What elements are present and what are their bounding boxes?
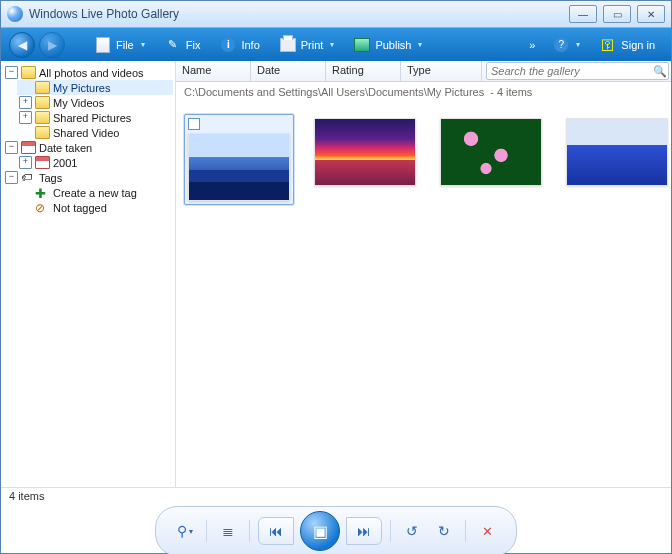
thumbnail-image — [440, 118, 542, 186]
print-menu[interactable]: Print▾ — [272, 34, 343, 56]
new-tag-icon: ✚ — [35, 186, 50, 199]
tree-year-2001[interactable]: + 2001 — [17, 155, 173, 170]
content-pane: Name Date Rating Type 🔍 C:\Documents and… — [176, 61, 671, 487]
tree-label: Tags — [39, 172, 62, 184]
info-button[interactable]: i Info — [212, 34, 267, 56]
tree-label: Create a new tag — [53, 187, 137, 199]
app-orb-icon — [7, 6, 23, 22]
calendar-icon — [21, 141, 36, 154]
calendar-icon — [35, 156, 50, 169]
column-rating[interactable]: Rating — [326, 61, 401, 81]
tree-root[interactable]: − All photos and videos — [3, 65, 173, 80]
folder-icon — [35, 111, 50, 124]
publish-icon — [354, 38, 370, 52]
print-label: Print — [301, 39, 324, 51]
tree-label: Shared Pictures — [53, 112, 131, 124]
list-icon: ≣ — [222, 523, 234, 539]
rotate-left-button[interactable]: ↺ — [399, 518, 425, 544]
slideshow-icon: ▣ — [313, 522, 328, 541]
help-icon: ? — [554, 38, 568, 52]
file-menu[interactable]: File▾ — [87, 34, 153, 56]
sign-in-icon: ⚿ — [600, 37, 616, 53]
breadcrumb: C:\Documents and Settings\All Users\Docu… — [176, 82, 671, 102]
thumbnail-item[interactable] — [184, 114, 294, 205]
tree-label: Date taken — [39, 142, 92, 154]
expand-icon[interactable]: + — [19, 96, 32, 109]
tree-date-taken[interactable]: − Date taken — [3, 140, 173, 155]
thumbnail-item[interactable] — [436, 114, 546, 190]
selection-checkbox[interactable] — [188, 118, 200, 130]
rotate-right-button[interactable]: ↻ — [431, 518, 457, 544]
navigation-tree[interactable]: − All photos and videos My Pictures + My… — [1, 61, 176, 487]
close-window-button[interactable]: ✕ — [637, 5, 665, 23]
thumbnail-item[interactable] — [310, 114, 420, 190]
tree-label: My Pictures — [53, 82, 110, 94]
tree-tags[interactable]: − 🏷 Tags — [3, 170, 173, 185]
delete-button[interactable]: ✕ — [474, 518, 500, 544]
thumbnail-image — [566, 118, 668, 186]
nav-forward-button[interactable]: ▶ — [39, 32, 65, 58]
next-icon: ⏭ — [357, 523, 371, 539]
tree-my-pictures[interactable]: My Pictures — [17, 80, 173, 95]
sign-in-label: Sign in — [621, 39, 655, 51]
publish-label: Publish — [375, 39, 411, 51]
thumbnail-grid[interactable] — [176, 102, 671, 487]
tree-label: 2001 — [53, 157, 77, 169]
fix-icon: ✎ — [165, 37, 181, 53]
tree-shared-video[interactable]: Shared Video — [17, 125, 173, 140]
tag-icon: 🏷 — [21, 171, 36, 184]
not-tagged-icon: ⊘ — [35, 201, 50, 214]
title-bar: Windows Live Photo Gallery — ▭ ✕ — [1, 1, 671, 28]
next-button[interactable]: ⏭ — [346, 517, 382, 545]
column-headers: Name Date Rating Type 🔍 — [176, 61, 671, 82]
thumbnail-image — [188, 133, 290, 201]
tree-shared-pictures[interactable]: + Shared Pictures — [17, 110, 173, 125]
fix-button[interactable]: ✎ Fix — [157, 34, 209, 56]
nav-back-button[interactable]: ◀ — [9, 32, 35, 58]
status-text: 4 items — [9, 490, 44, 502]
thumbnail-image — [314, 118, 416, 186]
tree-label: My Videos — [53, 97, 104, 109]
folder-icon — [21, 66, 36, 79]
thumbnail-item[interactable] — [562, 114, 672, 190]
zoom-icon: ⚲ — [177, 523, 187, 539]
toolbar-overflow-button[interactable]: » — [523, 39, 541, 51]
expand-icon[interactable]: + — [19, 111, 32, 124]
search-input[interactable] — [486, 62, 669, 80]
tree-label: Not tagged — [53, 202, 107, 214]
tree-create-tag[interactable]: ✚ Create a new tag — [17, 185, 173, 200]
collapse-icon[interactable]: − — [5, 66, 18, 79]
maximize-button[interactable]: ▭ — [603, 5, 631, 23]
help-menu[interactable]: ?▾ — [545, 34, 588, 56]
collapse-icon[interactable]: − — [5, 171, 18, 184]
tree-my-videos[interactable]: + My Videos — [17, 95, 173, 110]
sign-in-button[interactable]: ⚿ Sign in — [592, 34, 663, 56]
zoom-button[interactable]: ⚲▾ — [172, 518, 198, 544]
info-label: Info — [241, 39, 259, 51]
previous-button[interactable]: ⏮ — [258, 517, 294, 545]
publish-menu[interactable]: Publish▾ — [346, 34, 430, 56]
slideshow-button[interactable]: ▣ — [300, 511, 340, 551]
print-icon — [280, 38, 296, 52]
column-type[interactable]: Type — [401, 61, 482, 81]
item-count: - 4 items — [490, 86, 532, 98]
tree-not-tagged[interactable]: ⊘ Not tagged — [17, 200, 173, 215]
info-icon: i — [221, 38, 235, 52]
search-icon[interactable]: 🔍 — [653, 65, 667, 78]
folder-icon — [35, 126, 50, 139]
column-date[interactable]: Date — [251, 61, 326, 81]
minimize-button[interactable]: — — [569, 5, 597, 23]
details-toggle-button[interactable]: ≣ — [215, 518, 241, 544]
collapse-icon[interactable]: − — [5, 141, 18, 154]
column-name[interactable]: Name — [176, 61, 251, 81]
file-icon — [96, 37, 110, 53]
viewer-toolbar: ⚲▾ ≣ ⏮ ▣ ⏭ ↺ ↻ ✕ — [1, 509, 671, 553]
delete-icon: ✕ — [482, 524, 493, 539]
folder-icon — [35, 81, 50, 94]
path-text: C:\Documents and Settings\All Users\Docu… — [184, 86, 484, 98]
folder-icon — [35, 96, 50, 109]
main-toolbar: ◀ ▶ File▾ ✎ Fix i Info Print▾ Publish▾ »… — [1, 28, 671, 61]
expand-icon[interactable]: + — [19, 156, 32, 169]
window-title: Windows Live Photo Gallery — [29, 7, 569, 21]
tree-label: Shared Video — [53, 127, 119, 139]
